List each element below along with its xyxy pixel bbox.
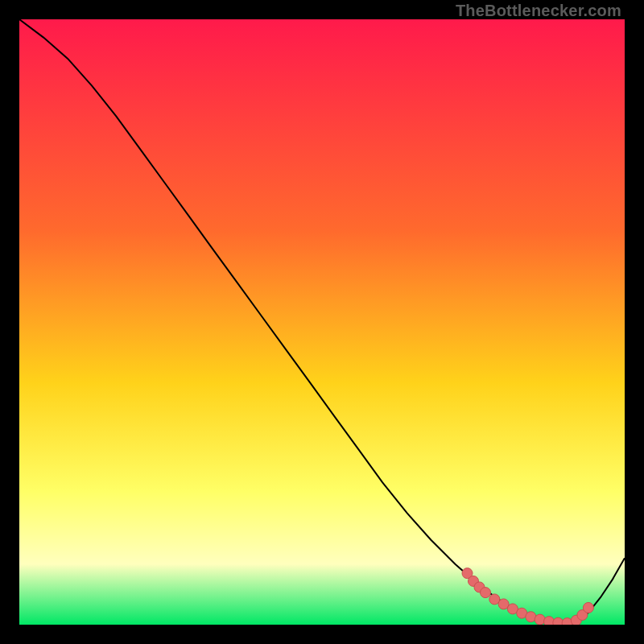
optimum-marker	[535, 614, 545, 625]
optimum-marker	[481, 588, 491, 598]
gradient-background	[19, 19, 625, 625]
chart-frame	[19, 19, 625, 625]
bottleneck-chart	[19, 19, 625, 625]
optimum-marker	[583, 602, 593, 613]
watermark-text: TheBottlenecker.com	[456, 2, 621, 20]
